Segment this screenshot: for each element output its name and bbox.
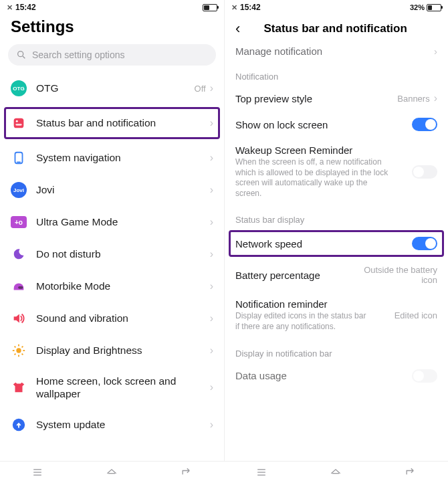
svg-line-1 — [23, 56, 25, 58]
settings-list: OTGOTGOff›Status bar and notification›Sy… — [0, 72, 224, 461]
chevron-right-icon: › — [210, 312, 213, 324]
page-header: ‹ Status bar and notification — [225, 13, 448, 43]
chevron-right-icon: › — [210, 117, 213, 129]
status-bar-notification-screen: ✕ 15:42 32% ‹ Status bar and notificatio… — [224, 0, 448, 461]
svg-point-8 — [16, 348, 21, 353]
update-icon — [11, 417, 27, 433]
wakeup-toggle[interactable] — [412, 165, 437, 179]
chevron-right-icon: › — [210, 82, 213, 94]
data-usage-row: Data usage — [225, 363, 448, 389]
settings-item-label: Jovi — [36, 183, 210, 196]
wakeup-row: Wakeup Screen Reminder When the screen i… — [225, 138, 448, 205]
data-usage-toggle[interactable] — [412, 369, 437, 383]
section-status-bar: Status bar display — [225, 205, 448, 229]
home-button[interactable] — [105, 466, 118, 482]
section-notification: Notification — [225, 62, 448, 86]
battery-text: 32% — [410, 3, 425, 11]
settings-item-label: System navigation — [36, 151, 210, 164]
clock: 15:42 — [15, 3, 36, 12]
settings-item-label: Status bar and notification — [36, 116, 210, 129]
chevron-right-icon: › — [210, 381, 213, 393]
settings-item-otg[interactable]: OTGOTGOff› — [0, 72, 224, 104]
svg-rect-4 — [15, 124, 21, 126]
lock-screen-toggle[interactable] — [412, 118, 437, 131]
settings-item-label: OTG — [36, 82, 195, 94]
settings-item-display[interactable]: Display and Brightness› — [0, 334, 224, 367]
chevron-right-icon: › — [434, 45, 437, 57]
chevron-right-icon: › — [210, 184, 213, 196]
top-preview-row[interactable]: Top preview style Banners › — [225, 86, 448, 111]
settings-item-value: Off — [195, 84, 206, 94]
chevron-right-icon: › — [210, 248, 213, 260]
chevron-right-icon: › — [210, 280, 213, 292]
home-button[interactable] — [329, 466, 342, 482]
notification-reminder-row[interactable]: Notification reminder Display edited ico… — [225, 292, 448, 338]
manage-notification-row[interactable]: Manage notification› — [225, 43, 448, 62]
settings-item-sys-nav[interactable]: System navigation› — [0, 142, 224, 174]
settings-item-sound[interactable]: Sound and vibration› — [0, 302, 224, 334]
status-icon — [11, 115, 27, 131]
settings-item-label: Do not disturb — [36, 248, 210, 260]
settings-item-label: System update — [36, 418, 210, 431]
battery-icon — [203, 4, 217, 11]
back-button[interactable]: ‹ — [233, 20, 243, 37]
network-speed-row: Network speed — [229, 230, 444, 257]
chevron-right-icon: › — [210, 216, 213, 228]
navigation-bar — [0, 461, 448, 485]
silent-icon: ✕ — [7, 3, 13, 12]
page-title: Status bar and notification — [248, 22, 440, 35]
settings-item-label: Sound and vibration — [36, 312, 210, 324]
status-bar: ✕ 15:42 — [0, 0, 224, 13]
svg-line-16 — [22, 347, 23, 348]
nav-icon — [11, 150, 27, 166]
page-title: Settings — [0, 13, 224, 44]
sound-icon — [11, 310, 27, 326]
svg-rect-7 — [18, 286, 23, 289]
battery-percentage-row[interactable]: Battery percentage Outside the battery i… — [225, 258, 448, 292]
settings-item-ultra-game[interactable]: +oUltra Game Mode› — [0, 206, 224, 238]
search-placeholder: Search setting options — [32, 50, 125, 60]
clock: 15:42 — [240, 3, 261, 12]
svg-rect-2 — [14, 118, 24, 128]
silent-icon: ✕ — [231, 3, 237, 12]
svg-line-14 — [22, 354, 23, 355]
search-input[interactable]: Search setting options — [8, 44, 216, 66]
jovi-icon: Jovi — [11, 182, 27, 198]
chevron-right-icon: › — [210, 419, 213, 431]
helmet-icon — [11, 278, 27, 294]
settings-item-status-bar[interactable]: Status bar and notification› — [4, 107, 220, 139]
chevron-right-icon: › — [210, 152, 213, 164]
game-icon: +o — [11, 214, 27, 230]
settings-item-motorbike[interactable]: Motorbike Mode› — [0, 270, 224, 302]
search-icon — [16, 50, 27, 60]
back-button[interactable] — [404, 466, 417, 482]
svg-point-0 — [18, 52, 23, 57]
section-notif-bar: Display in notification bar — [225, 339, 448, 363]
recents-button[interactable] — [31, 466, 44, 482]
settings-item-update[interactable]: System update› — [0, 409, 224, 441]
shirt-icon — [11, 379, 27, 395]
settings-item-label: Display and Brightness — [36, 344, 210, 357]
chevron-right-icon: › — [210, 345, 213, 357]
sun-icon — [11, 343, 27, 359]
settings-item-jovi[interactable]: JoviJovi› — [0, 174, 224, 206]
settings-item-label: Home screen, lock screen and wallpaper — [36, 375, 210, 401]
network-speed-toggle[interactable] — [412, 237, 437, 250]
settings-item-dnd[interactable]: Do not disturb› — [0, 238, 224, 270]
svg-line-13 — [15, 347, 16, 348]
settings-item-home[interactable]: Home screen, lock screen and wallpaper› — [0, 367, 224, 409]
battery-icon — [427, 4, 441, 11]
status-bar: ✕ 15:42 32% — [225, 0, 448, 13]
chevron-right-icon: › — [434, 92, 437, 104]
lock-screen-row: Show on lock screen — [225, 111, 448, 138]
svg-line-15 — [15, 354, 16, 355]
settings-item-label: Motorbike Mode — [36, 280, 210, 292]
settings-screen: ✕ 15:42 Settings Search setting options … — [0, 0, 224, 461]
recents-button[interactable] — [255, 466, 268, 482]
otg-icon: OTG — [11, 80, 27, 96]
moon-icon — [11, 246, 27, 262]
svg-point-3 — [16, 120, 18, 122]
settings-item-label: Ultra Game Mode — [36, 215, 210, 228]
back-button[interactable] — [180, 466, 193, 482]
